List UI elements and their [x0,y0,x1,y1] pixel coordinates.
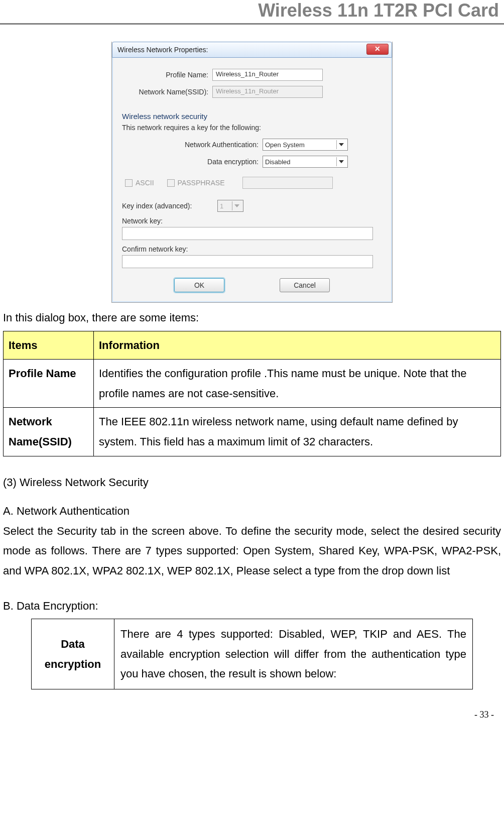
auth-select[interactable]: Open System [263,139,348,151]
section-3-title: (3) Wireless Network Security [3,473,501,493]
security-group-title: Wireless network security [122,112,382,121]
info-cell: The IEEE 802.11n wireless network name, … [94,408,501,456]
items-table: Items Information Profile Name Identifie… [3,331,501,456]
chevron-down-icon [232,201,241,210]
page-number: - 33 - [0,689,504,720]
confirm-label: Confirm network key: [122,245,382,253]
enc-label: Data encryption: [122,158,263,166]
close-button[interactable]: ✕ [366,44,389,55]
checkbox-icon [167,179,175,187]
cancel-button[interactable]: Cancel [280,278,330,292]
page-title: Wireless 11n 1T2R PCI Card [0,0,499,21]
netkey-label: Network key: [122,217,382,225]
encryption-table: Data encryption There are 4 types suppor… [31,619,473,689]
dialog-figure: Wireless Network Properties: ✕ Profile N… [0,25,504,308]
info-header: Information [94,331,501,360]
passphrase-label: PASSPHRASE [178,179,225,187]
keyindex-select: 1 [217,200,243,212]
profile-name-field[interactable]: Wireless_11n_Router [212,69,323,81]
item-cell: Network Name(SSID) [4,408,94,456]
ascii-label: ASCII [136,179,154,187]
item-cell: Data encryption [32,619,114,689]
wireless-properties-dialog: Wireless Network Properties: ✕ Profile N… [111,42,393,303]
dialog-titlebar: Wireless Network Properties: ✕ [112,42,392,58]
table-row: Profile Name Identifies the configuratio… [4,360,501,408]
netkey-field[interactable] [122,227,373,240]
chevron-down-icon [336,140,345,149]
items-header: Items [4,331,94,360]
confirm-field[interactable] [122,255,373,268]
section-a-title: A. Network Authentication [3,501,501,521]
checkbox-icon [125,179,133,187]
info-cell: Identifies the configuration profile .Th… [94,360,501,408]
dialog-title: Wireless Network Properties: [117,46,208,54]
info-cell: There are 4 types supported: Disabled, W… [114,619,473,689]
table-row: Data encryption There are 4 types suppor… [32,619,473,689]
intro-line: In this dialog box, there are some items… [3,308,501,328]
page-header: Wireless 11n 1T2R PCI Card [0,0,504,25]
item-cell: Profile Name [4,360,94,408]
section-a-body: Select the Security tab in the screen ab… [3,521,501,581]
auth-label: Network Authentication: [122,141,263,149]
passphrase-field [242,177,333,189]
chevron-down-icon [336,157,345,166]
ok-button[interactable]: OK [174,278,224,292]
table-row: Network Name(SSID) The IEEE 802.11n wire… [4,408,501,456]
enc-select[interactable]: Disabled [263,156,348,168]
ssid-label: Network Name(SSID): [122,88,212,96]
enc-value: Disabled [265,158,291,166]
keyindex-value: 1 [220,202,223,210]
section-b-title: B. Data Encryption: [3,596,501,616]
ssid-field: Wireless_11n_Router [212,86,323,98]
profile-name-label: Profile Name: [122,71,212,79]
keyindex-label: Key index (advanced): [122,202,217,210]
security-group-desc: This network requires a key for the foll… [122,124,382,132]
dialog-body: Profile Name: Wireless_11n_Router Networ… [112,58,392,302]
close-icon: ✕ [374,45,381,53]
ascii-checkbox: ASCII [125,179,154,187]
passphrase-checkbox: PASSPHRASE [167,179,225,187]
auth-value: Open System [265,141,305,149]
